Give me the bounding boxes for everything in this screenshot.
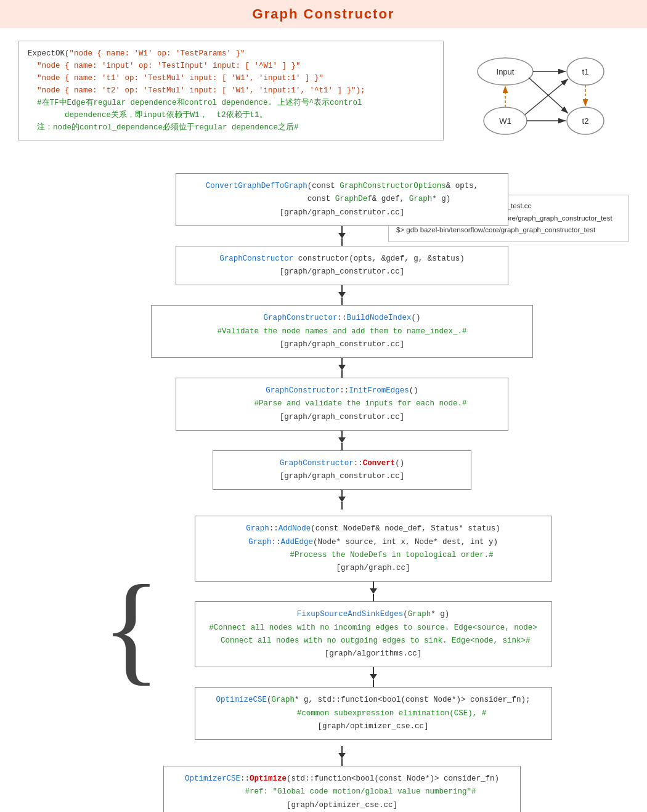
arrow3 [338,358,346,378]
top-section: ExpectOK("node { name: 'W1' op: 'TestPar… [18,41,629,148]
flow-section: ConvertGraphDefToGraph(const GraphConstr… [55,167,629,812]
graph-diagram: Input W1 t1 t2 [456,41,629,148]
arrow1 [338,226,346,246]
arrow6 [370,582,377,601]
box-graph-constructor: GraphConstructor constructor(opts, &gdef… [176,246,508,286]
page-title: Graph Constructor [0,0,647,28]
left-brace: { [102,569,161,686]
box-optimize-cse: OptimizeCSE(Graph* g, std::function<bool… [195,687,552,740]
box-build-node-index: GraphConstructor::BuildNodeIndex() #Vali… [151,305,533,358]
svg-line-13 [529,78,568,113]
arrow5 [338,490,346,510]
svg-text:t1: t1 [582,67,589,76]
svg-text:W1: W1 [499,116,511,126]
arrow4 [338,431,346,450]
svg-text:t2: t2 [582,116,589,126]
box-convert-graph-def: ConvertGraphDefToGraph(const GraphConstr… [176,173,508,226]
box-init-from-edges: GraphConstructor::InitFromEdges() #Parse… [176,378,508,431]
top-code-box: ExpectOK("node { name: 'W1' op: 'TestPar… [18,41,444,140]
arrow8 [338,746,346,766]
svg-text:Input: Input [497,67,515,76]
svg-line-11 [525,79,568,115]
arrow7 [370,667,377,687]
box-fixup-edges: FixupSourceAndSinkEdges(Graph* g) #Conne… [195,601,552,667]
box-optimizer-cse-optimize: OptimizerCSE::Optimize(std::function<boo… [163,766,521,812]
grouped-inner: Graph::AddNode(const NodeDef& node_def, … [164,510,582,746]
box-convert: GraphConstructor::Convert() [graph/graph… [213,450,471,490]
grouped-section: { Graph::AddNode(const NodeDef& node_def… [102,510,582,746]
arrow2 [338,285,346,305]
box-add-node-edge: Graph::AddNode(const NodeDef& node_def, … [195,516,552,582]
